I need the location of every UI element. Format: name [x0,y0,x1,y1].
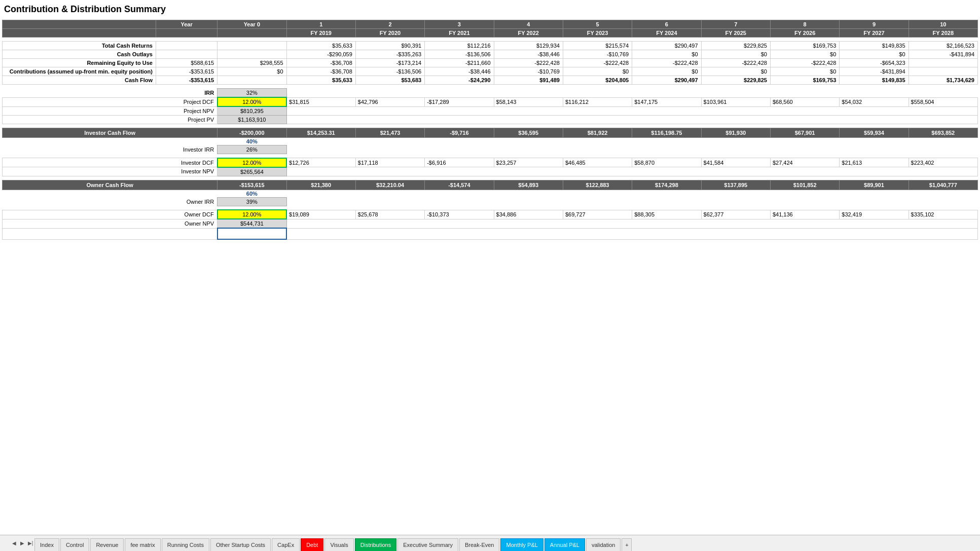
contrib-yr0: $0 [217,67,286,76]
cf-10: $1,734,629 [909,76,977,85]
col-7: 7 [701,20,770,29]
owner-y0: -$153,615 [217,180,286,190]
contrib-9: -$431,894 [840,67,909,76]
tab-visuals[interactable]: Visuals [324,538,353,552]
tab-break-even[interactable]: Break-Even [459,538,499,552]
tab-debt[interactable]: Debt [301,538,323,552]
tab-control[interactable]: Control [60,538,89,552]
contrib-10 [909,67,977,76]
pdcf-10: $558,504 [909,97,977,106]
cf-1: $35,633 [286,76,355,85]
tab-distributions[interactable]: Distributions [355,538,397,552]
idcf-10: $223,402 [909,158,977,167]
idcf-5: $46,485 [563,158,632,167]
tab-bar: ◀ ▶ ▶| Index Control Revenue fee matrix … [0,535,980,551]
tab-monthly-pl[interactable]: Monthly P&L [500,538,543,552]
inv-6: $116,198.75 [632,128,701,138]
re-y0: $588,615 [156,59,217,67]
col-9: 9 [840,20,909,29]
investor-dcf-rate[interactable]: 12.00% [217,158,286,167]
col-6: 6 [632,20,701,29]
project-npv-value: $810,295 [217,106,286,116]
co-10: -$431,894 [909,50,977,59]
pdcf-6: $147,175 [632,97,701,106]
inv-8: $67,901 [770,128,839,138]
odcf-10: $335,102 [909,210,977,219]
re-3: -$211,660 [425,59,494,67]
fy-2028: FY 2028 [909,29,977,38]
col-year-label: Year [156,20,217,29]
tab-fee-matrix[interactable]: fee matrix [125,538,160,552]
fy-2027: FY 2027 [840,29,909,38]
tab-scroll-right[interactable]: ▶ [18,540,26,546]
spacer-4 [3,154,978,158]
year-number-row: Year Year 0 1 2 3 4 5 6 7 8 9 10 [3,20,978,29]
owner-7: $137,895 [701,180,770,190]
tab-scroll-left[interactable]: ◀ [10,540,18,546]
owner-cf-label: Owner Cash Flow [3,180,217,190]
odcf-8: $41,136 [770,210,839,219]
cf-3: -$24,290 [425,76,494,85]
cf-8: $169,753 [770,76,839,85]
fy-year-label [156,29,217,38]
total-cash-returns-row: Total Cash Returns $35,633 $90,391 $112,… [3,42,978,50]
owner-irr-row: Owner IRR 39% [3,197,978,206]
re-7: -$222,428 [701,59,770,67]
tab-scroll-right2[interactable]: ▶| [26,540,34,546]
re-yr0: $298,555 [217,59,286,67]
col-10: 10 [909,20,977,29]
fy-row: FY 2019 FY 2020 FY 2021 FY 2022 FY 2023 … [3,29,978,38]
spacer-5 [3,176,978,180]
tab-validation[interactable]: validation [586,538,621,552]
owner-irr-value: 39% [217,197,286,206]
tab-annual-pl[interactable]: Annual P&L [545,538,585,552]
tcr-10: $2,166,523 [909,42,977,50]
re-2: -$173,214 [355,59,424,67]
contrib-3: -$38,446 [425,67,494,76]
tab-index[interactable]: Index [34,538,59,552]
add-sheet-button[interactable]: + [622,538,632,552]
owner-5: $122,883 [563,180,632,190]
owner-1: $21,380 [286,180,355,190]
cash-outlays-row: Cash Outlays -$290,059 -$335,263 -$136,5… [3,50,978,59]
owner-dcf-rate[interactable]: 12.00% [217,210,286,219]
tab-running-costs[interactable]: Running Costs [162,538,209,552]
investor-dcf-label: Investor DCF [3,158,217,167]
total-cash-returns-label: Total Cash Returns [3,42,156,50]
co-1: -$290,059 [286,50,355,59]
co-5: -$10,769 [563,50,632,59]
investor-cf-label: Investor Cash Flow [3,128,217,138]
project-npv-row: Project NPV $810,295 [3,106,978,116]
tab-capex[interactable]: CapEx [272,538,300,552]
owner-npv-label: Owner NPV [3,219,217,228]
fy-2020: FY 2020 [355,29,424,38]
col-2: 2 [355,20,424,29]
spacer-6 [3,206,978,210]
tab-executive-summary[interactable]: Executive Summary [397,538,458,552]
tcr-1: $35,633 [286,42,355,50]
tab-other-startup-costs[interactable]: Other Startup Costs [210,538,271,552]
re-1: -$36,708 [286,59,355,67]
active-empty-cell[interactable] [217,228,286,239]
project-dcf-rate[interactable]: 12.00% [217,97,286,106]
page-title: Contribution & Distribution Summary [2,4,978,15]
fy-2025: FY 2025 [701,29,770,38]
owner-pct-row: 60% [3,190,978,197]
owner-npv-row: Owner NPV $544,731 [3,219,978,228]
co-6: $0 [632,50,701,59]
col-5: 5 [563,20,632,29]
inv-y0: -$200,000 [217,128,286,138]
idcf-9: $21,613 [840,158,909,167]
re-6: -$222,428 [632,59,701,67]
idcf-1: $12,726 [286,158,355,167]
tab-revenue[interactable]: Revenue [90,538,124,552]
tcr-2: $90,391 [355,42,424,50]
odcf-2: $25,678 [355,210,424,219]
fy-empty [3,29,156,38]
project-pv-label: Project PV [3,116,217,124]
pdcf-9: $54,032 [840,97,909,106]
co-2: -$335,263 [355,50,424,59]
owner-pct: 60% [217,190,286,197]
project-dcf-label: Project DCF [3,97,217,106]
pdcf-8: $68,560 [770,97,839,106]
